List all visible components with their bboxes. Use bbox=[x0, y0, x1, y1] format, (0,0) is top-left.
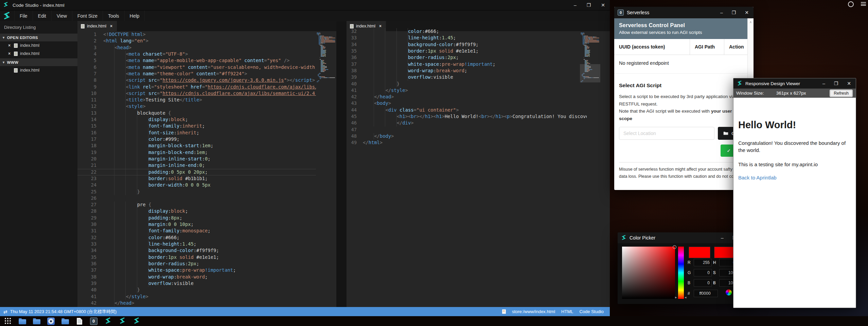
hue-slider[interactable] bbox=[678, 247, 684, 299]
editor-pane-1[interactable]: index.html×1<!DOCTYPEhtml>2<htmllang="en… bbox=[77, 21, 336, 307]
tab-index-html[interactable]: index.html× bbox=[77, 21, 117, 31]
code-line[interactable]: 39overflow:visible bbox=[347, 74, 587, 80]
code-line[interactable]: 14display:block; bbox=[77, 116, 316, 123]
status-file-path[interactable]: store:/www/index.html bbox=[512, 309, 555, 314]
picker-handle-icon[interactable] bbox=[673, 245, 676, 249]
code-line[interactable]: 46</div> bbox=[347, 120, 587, 126]
code-line[interactable]: 39overflow:visible bbox=[77, 280, 316, 287]
code-line[interactable]: 15font-family:inherit; bbox=[77, 123, 316, 129]
code-line[interactable]: 2<htmllang="en"> bbox=[77, 38, 316, 44]
taskbar-folder-icon[interactable] bbox=[61, 317, 69, 325]
minimap-slider[interactable] bbox=[580, 64, 600, 82]
menu-item-file[interactable]: File bbox=[14, 11, 33, 21]
close-icon[interactable]: × bbox=[8, 43, 12, 48]
sidebar-item-index.html[interactable]: ×index.html bbox=[0, 41, 77, 50]
maximize-button[interactable]: ❐ bbox=[834, 78, 838, 89]
code-line[interactable]: 3<head> bbox=[77, 44, 316, 51]
code-line[interactable]: 37white-space:pre-wrap!important; bbox=[347, 61, 587, 68]
refresh-button[interactable]: Refresh bbox=[830, 90, 852, 97]
close-icon[interactable]: × bbox=[110, 24, 112, 28]
menu-item-edit[interactable]: Edit bbox=[33, 11, 51, 21]
code-line[interactable]: 42</head> bbox=[77, 300, 316, 306]
hue-marker-left-icon[interactable]: ▶ bbox=[675, 296, 677, 299]
code-line[interactable]: 34background-color:#f9f9f9; bbox=[77, 247, 316, 254]
minimize-button[interactable]: – bbox=[721, 233, 724, 243]
code-line[interactable]: 1<!DOCTYPEhtml> bbox=[77, 31, 316, 38]
code-line[interactable]: 8<scriptsrc="https://code.jquery.com/jqu… bbox=[77, 77, 316, 83]
code-line[interactable]: 27pre { bbox=[77, 202, 316, 208]
code-line[interactable]: 28display:block; bbox=[77, 208, 316, 214]
status-circle-icon[interactable] bbox=[848, 1, 854, 7]
editor-pane-2[interactable]: index.html×32color:#666;33line-height:1.… bbox=[347, 21, 610, 307]
code-area[interactable]: 1<!DOCTYPEhtml>2<htmllang="en">3<head>4<… bbox=[77, 31, 316, 307]
code-line[interactable]: 47 bbox=[347, 127, 587, 133]
taskbar-folder-icon[interactable] bbox=[18, 317, 26, 325]
code-line[interactable]: 17color:#999; bbox=[77, 136, 316, 142]
menu-item-help[interactable]: Help bbox=[124, 11, 145, 21]
hue-marker-right-icon[interactable]: ◀ bbox=[685, 296, 686, 299]
taskbar-code-studio-icon[interactable] bbox=[132, 317, 140, 325]
code-line[interactable]: 22padding:05px020px; bbox=[77, 169, 316, 175]
code-line[interactable]: 26 bbox=[77, 195, 316, 202]
code-line[interactable]: 21margin-inline-end:0; bbox=[77, 162, 316, 169]
code-line[interactable]: 33line-height:1.45; bbox=[77, 241, 316, 247]
code-line[interactable]: 41</style> bbox=[77, 293, 316, 300]
code-line[interactable]: 49</html> bbox=[347, 139, 587, 146]
status-language[interactable]: HTML bbox=[561, 309, 573, 314]
code-line[interactable]: 6<metaname="viewport"content="user-scala… bbox=[77, 64, 316, 71]
code-line[interactable]: 25} bbox=[77, 189, 316, 195]
code-line[interactable]: 38word-wrap:break-word; bbox=[77, 274, 316, 280]
code-line[interactable]: 18margin-block-start:1em; bbox=[77, 142, 316, 149]
code-line[interactable]: 10<scriptsrc="https://cdnjs.cloudflare.c… bbox=[77, 90, 316, 97]
taskbar-folder-icon[interactable] bbox=[33, 317, 40, 325]
code-line[interactable]: 34background-color:#f9f9f9; bbox=[347, 41, 587, 48]
code-line[interactable]: 37white-space:pre-wrap!important; bbox=[77, 267, 316, 273]
code-line[interactable]: 35border:1pxsolid #e1e1e1; bbox=[347, 48, 587, 54]
taskbar-app-grid-icon[interactable] bbox=[4, 317, 12, 325]
field-value-input[interactable]: 255 bbox=[694, 259, 712, 266]
code-line[interactable]: 32color:#666; bbox=[77, 234, 316, 241]
close-icon[interactable]: × bbox=[8, 51, 12, 56]
code-line[interactable]: 30margin:0010px; bbox=[77, 221, 316, 228]
code-line[interactable]: 24border-width:0005px bbox=[77, 182, 316, 188]
menu-item-view[interactable]: View bbox=[51, 11, 72, 21]
sidebar-item-index.html[interactable]: ×index.html bbox=[0, 50, 77, 58]
minimize-button[interactable]: – bbox=[822, 78, 825, 89]
taskbar-code-studio-icon[interactable] bbox=[104, 317, 112, 325]
code-line[interactable]: 32color:#666; bbox=[347, 28, 587, 35]
color-wheel-icon[interactable] bbox=[726, 289, 732, 295]
close-button[interactable]: ✕ bbox=[847, 78, 851, 89]
saturation-value-gradient[interactable] bbox=[622, 247, 675, 299]
menu-item-font-size[interactable]: Font Size bbox=[72, 11, 103, 21]
code-line[interactable]: 36border-radius:2px; bbox=[77, 261, 316, 267]
code-line[interactable]: 42</head> bbox=[347, 94, 587, 100]
code-line[interactable]: 4<metacharset="UTF-8"> bbox=[77, 51, 316, 57]
code-line[interactable]: 40} bbox=[77, 287, 316, 293]
hex-input[interactable]: ff0000 bbox=[694, 290, 718, 297]
code-line[interactable]: 7<metaname="theme-color"content="#ff9224… bbox=[77, 71, 316, 77]
minimize-button[interactable]: – bbox=[720, 7, 723, 18]
code-line[interactable]: 31font-family:monospace; bbox=[77, 228, 316, 234]
maximize-button[interactable]: ❐ bbox=[587, 0, 591, 10]
code-line[interactable]: 41</style> bbox=[347, 87, 587, 94]
code-line[interactable]: 29padding:8px; bbox=[77, 215, 316, 221]
taskbar-document-icon[interactable] bbox=[75, 317, 83, 325]
code-line[interactable]: 9<linkrel="stylesheet"href="https://cdnj… bbox=[77, 84, 316, 90]
code-line[interactable]: 11<title>Testing Site</title> bbox=[77, 97, 316, 103]
code-line[interactable]: 23border:solid #b1b1b1; bbox=[77, 175, 316, 182]
taskbar-serverless-app-icon[interactable] bbox=[90, 317, 98, 325]
back-to-aprintlab-link[interactable]: Back to Aprintlab bbox=[738, 175, 851, 180]
code-line[interactable]: 13blockquote { bbox=[77, 110, 316, 116]
code-line[interactable]: 48</body> bbox=[347, 133, 587, 139]
close-button[interactable]: ✕ bbox=[745, 7, 749, 18]
code-line[interactable]: 36border-radius:2px; bbox=[347, 54, 587, 61]
scroll-up-icon[interactable]: ∧ bbox=[749, 20, 752, 24]
code-line[interactable]: 12<style> bbox=[77, 103, 316, 110]
sidebar-section-open-editors[interactable]: ▾OPEN EDITORS bbox=[0, 34, 77, 41]
field-value-input[interactable]: 0 bbox=[694, 279, 712, 287]
sidebar-section-www[interactable]: ▾WWW bbox=[0, 58, 77, 66]
code-line[interactable]: 38word-wrap:break-word; bbox=[347, 68, 587, 74]
select-location-input[interactable] bbox=[619, 127, 714, 140]
taskbar-code-studio-icon[interactable] bbox=[118, 317, 126, 325]
code-line[interactable]: 40} bbox=[347, 81, 587, 87]
